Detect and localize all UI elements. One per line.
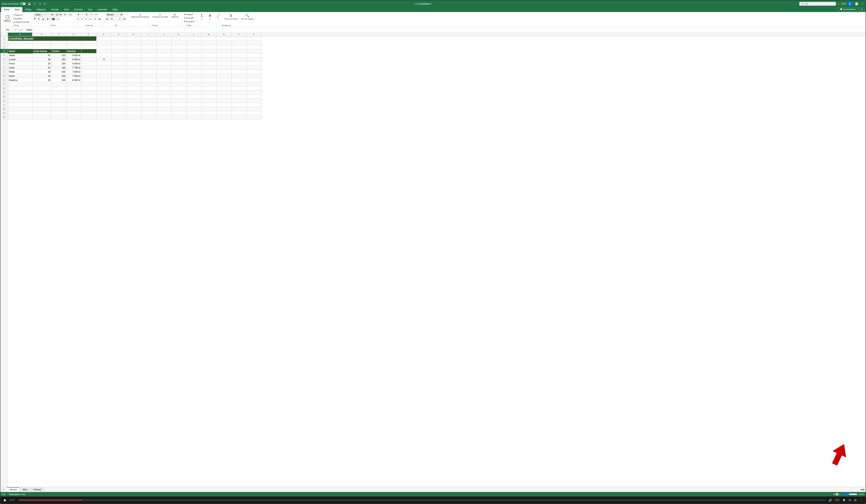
cell-C19[interactable] [51,111,66,115]
cell-D9[interactable]: 7 600 kr [66,70,81,74]
tab-infoga[interactable]: Infoga [22,7,34,12]
cell-K10[interactable] [171,74,187,78]
cell-B17[interactable] [33,103,51,107]
cell-C8[interactable]: 190 [51,66,66,70]
cell-G4[interactable] [111,49,126,53]
scroll-tabs-right-btn[interactable]: ▶ [863,488,865,491]
cell-I4[interactable] [141,49,156,53]
cell-K5[interactable] [171,53,187,57]
cell-J11[interactable] [156,78,171,82]
cell-N12[interactable] [216,82,232,86]
grid[interactable]: Lönelista Januari [8,36,866,487]
cell-D7[interactable]: 5 600 kr [66,61,81,66]
zoom-slider[interactable] [842,493,857,496]
cell-P2[interactable] [246,41,262,45]
cell-E11[interactable] [81,78,96,82]
ribbon-display-btn[interactable]: ⬜ [854,2,859,5]
tab-sidlayout[interactable]: Sidlayout [34,7,48,12]
cell-C5[interactable]: 210 [51,53,66,57]
sort-filter-btn[interactable]: ⇅ Sortera och filtrera [223,13,239,21]
cell-K16[interactable] [171,99,187,103]
cell-M9[interactable] [201,70,216,74]
cell-I14[interactable] [141,90,156,94]
record-btn[interactable]: ⏺ [842,498,846,502]
cell-E8[interactable] [81,66,96,70]
cell-H16[interactable] [126,99,141,103]
cell-P16[interactable] [246,99,262,103]
cell-F11[interactable] [96,78,111,82]
minimize-btn[interactable]: ─ [861,2,864,5]
cell-A9[interactable]: Petter [8,70,33,74]
quick-access-btn[interactable]: ▾ [43,2,46,5]
cell-I8[interactable] [141,66,156,70]
cell-B16[interactable] [33,99,51,103]
cell-O4[interactable] [232,49,246,53]
formula-insert-icon[interactable]: fx [20,29,22,31]
cell-G9[interactable] [111,70,126,74]
cell-K18[interactable] [171,107,187,111]
cell-L10[interactable] [187,74,201,78]
cell-F6[interactable]: ✛ [96,57,111,61]
cell-M18[interactable] [201,107,216,111]
cell-G2[interactable] [111,41,126,45]
user-avatar[interactable]: E [847,1,853,7]
cell-P3[interactable] [246,45,262,49]
cell-I19[interactable] [141,111,156,115]
autosum-btn[interactable]: Σ ▾ [198,13,206,21]
fill-btn[interactable]: ⬇ ▾ [206,13,214,21]
cell-N14[interactable] [216,90,232,94]
cell-F8[interactable] [96,66,111,70]
cell-E9[interactable] [81,70,96,74]
cell-K8[interactable] [171,66,187,70]
format-painter-btn[interactable]: 🖌 Kopiera format [12,21,30,23]
header-utbetalt[interactable]: Utbetalt [66,49,81,53]
play-btn[interactable]: ▶ [3,497,8,503]
cell-C11[interactable]: 240 [51,78,66,82]
cell-K15[interactable] [171,94,187,99]
layout-btn[interactable]: ⊞ [853,498,857,502]
cell-B20[interactable] [33,115,51,119]
cell-O14[interactable] [232,90,246,94]
cell-P11[interactable] [246,78,262,82]
cell-D20[interactable] [66,115,81,119]
cell-H8[interactable] [126,66,141,70]
cell-G11[interactable] [111,78,126,82]
cell-B15[interactable] [33,94,51,99]
cell-E13[interactable] [81,86,96,90]
cell-L5[interactable] [187,53,201,57]
cell-M10[interactable] [201,74,216,78]
search-input[interactable] [804,2,834,5]
cell-J18[interactable] [156,107,171,111]
cell-M13[interactable] [201,86,216,90]
cell-A19[interactable] [8,111,33,115]
cell-E19[interactable] [81,111,96,115]
cell-B7[interactable]: 28 [33,61,51,66]
redo-btn[interactable]: ↪ [38,2,42,5]
cell-O17[interactable] [232,103,246,107]
cell-N11[interactable] [216,78,232,82]
cell-N1[interactable] [216,36,232,41]
cell-O10[interactable] [232,74,246,78]
cell-P10[interactable] [246,74,262,78]
sheet-tab-januari[interactable]: Januari [7,487,20,492]
cell-F1[interactable] [96,36,111,41]
cell-G5[interactable] [111,53,126,57]
cell-D6[interactable]: 8 500 kr [66,57,81,61]
cell-L16[interactable] [187,99,201,103]
scroll-tabs-left-btn[interactable]: ◀ [861,488,862,491]
cell-A10[interactable]: Samir [8,74,33,78]
cell-L2[interactable] [187,41,201,45]
workbook-dropdown[interactable]: ▾ [430,2,431,5]
cell-J17[interactable] [156,103,171,107]
cell-K7[interactable] [171,61,187,66]
cell-O8[interactable] [232,66,246,70]
cell-N6[interactable] [216,57,232,61]
cell-J6[interactable] [156,57,171,61]
cell-A6[interactable]: Louise [8,57,33,61]
tab-automate[interactable]: Automate [95,7,110,12]
align-middle-btn[interactable]: ↕ [81,13,84,16]
underline-btn[interactable]: U [41,17,45,21]
cell-I2[interactable] [141,41,156,45]
conditional-formatting-btn[interactable]: 📊 Villkorsstyrd formatering [130,13,150,19]
cell-H14[interactable] [126,90,141,94]
